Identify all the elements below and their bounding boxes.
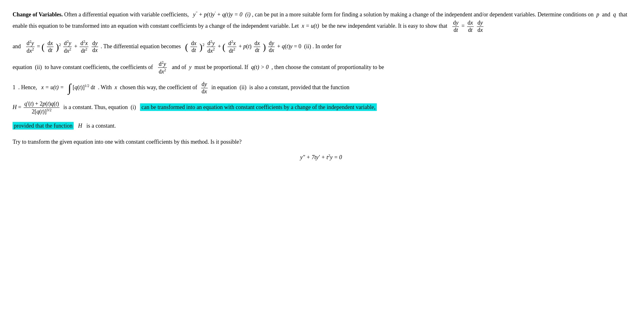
d2y-dx2-rhs: d2y dx2 <box>63 39 72 55</box>
x-chosen: x <box>115 84 117 90</box>
main-content: Change of Variables. Often a differentia… <box>13 9 630 162</box>
p3b-text: and of <box>172 64 186 70</box>
final-equation: y″ + 7ty′ + t2y = 0 <box>13 153 630 162</box>
i-ref-p5: (i) <box>131 104 136 110</box>
p1-text-e: be the new independent variable. It is e… <box>322 23 447 29</box>
p3c-text: must be proportional. If <box>194 64 248 70</box>
equation-label: equation <box>13 64 32 70</box>
dx-dt-frac: dx dt <box>467 20 474 33</box>
section-title: Change of Variables. <box>13 11 63 18</box>
dx-dt-sq: dx dt <box>47 40 54 54</box>
and-label: and <box>13 43 21 49</box>
p-var: p <box>596 11 599 18</box>
q-var: q <box>613 11 616 18</box>
d2x-dt2-frac: d2x dt2 <box>80 39 88 55</box>
highlight-text-2: provided that the function <box>13 122 74 130</box>
equation-i-display: y′′ + p(t)y′ + q(t)y = 0 (i) <box>193 11 252 18</box>
qt-gt0: q(t) > 0 <box>251 64 268 70</box>
ii-ref-p4: (ii) <box>240 84 246 90</box>
paragraph-1: Change of Variables. Often a differentia… <box>13 9 630 34</box>
paragraph-6: provided that the function H is a consta… <box>13 121 630 131</box>
d2y-dx2-p3: d2y dx2 <box>158 60 167 75</box>
dy-dx-eq: dy dx <box>268 40 275 54</box>
d2x-dt2-eq: d2x dt2 <box>228 39 236 55</box>
p1-text: Often a differential equation with varia… <box>64 11 189 18</box>
p2-end-text: . In order for <box>313 43 342 49</box>
x-equals-expr: x = u(t) = <box>41 84 65 90</box>
x-equals-ut: x = u(t) <box>302 23 319 29</box>
dx-dt-eq: dx dt <box>254 40 260 54</box>
dy-dt-frac: dy dt <box>452 20 459 33</box>
d2y-dx2-eq: d2y dx2 <box>207 39 215 55</box>
p6c-text: is a constant. <box>86 123 116 129</box>
H-fraction: q′(t) + 2p(t)q(t) 2[q(t)]3/2 <box>24 101 59 115</box>
final-eq-display: y″ + 7ty′ + t2y = 0 <box>300 154 342 160</box>
paragraph-3: equation (ii) to have constant coefficie… <box>13 60 630 75</box>
dy-dx-frac: dy dx <box>477 20 483 33</box>
integral-sym: ∫ <box>68 82 71 94</box>
p3a-text: to have constant coefficients, the coeff… <box>45 64 153 70</box>
dy-dx-p4: dy dx <box>201 81 208 95</box>
one-label: 1 <box>13 84 15 90</box>
paragraph-4: 1 . Hence, x = u(t) = ∫ [q(t)]1/2 dt . W… <box>13 81 630 95</box>
dx-dt-sq2: dx dt <box>190 40 197 54</box>
p2-mid-text: . The differential equation becomes <box>101 43 181 49</box>
ii-ref: (ii) <box>35 64 42 70</box>
p1-text-b: , can be put in a more suitable form for… <box>252 11 593 18</box>
try-text: Try to transform the given equation into… <box>13 139 241 145</box>
H-var: H <box>78 123 82 129</box>
paragraph-2: and d2y dx2 = ( dx dt )2 d2y dx2 + d2x d… <box>13 39 630 55</box>
paragraph-5: H = q′(t) + 2p(t)q(t) 2[q(t)]3/2 is a co… <box>13 101 630 115</box>
and-text: and <box>602 11 610 18</box>
dy-dx-frac2: dy dx <box>92 40 98 54</box>
y-var-p3: y <box>189 64 191 70</box>
d2y-dx2-lhs: d2y dx2 <box>26 39 35 55</box>
paragraph-7: Try to transform the given equation into… <box>13 137 630 147</box>
highlight-text-1: can be transformed into an equation with… <box>140 103 376 111</box>
